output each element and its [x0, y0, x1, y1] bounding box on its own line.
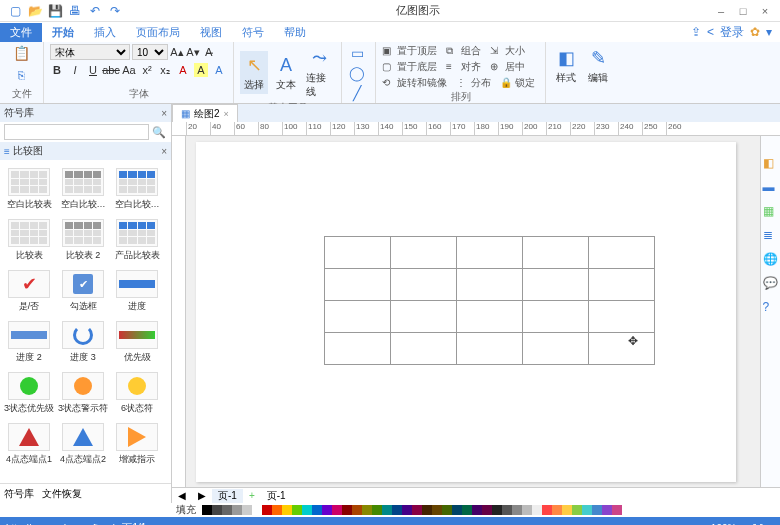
- color-swatch[interactable]: [492, 505, 502, 515]
- front-icon[interactable]: ▣: [382, 45, 394, 57]
- font-name-select[interactable]: 宋体: [50, 44, 130, 60]
- maximize-button[interactable]: □: [736, 4, 750, 18]
- style-button[interactable]: ◧ 样式: [552, 44, 580, 87]
- color-swatch[interactable]: [432, 505, 442, 515]
- connector-tool[interactable]: ⤳ 连接线: [304, 44, 335, 101]
- shape-item[interactable]: 进度: [110, 266, 164, 317]
- color-swatch[interactable]: [542, 505, 552, 515]
- page-add-icon[interactable]: +: [243, 490, 261, 501]
- select-tool[interactable]: ↖ 选择: [240, 51, 268, 94]
- color-swatch[interactable]: [612, 505, 622, 515]
- paste-icon[interactable]: 📋: [13, 44, 31, 62]
- settings-icon[interactable]: ✿: [750, 25, 760, 39]
- italic-button[interactable]: I: [68, 63, 82, 77]
- color-swatch[interactable]: [242, 505, 252, 515]
- underline-button[interactable]: U: [86, 63, 100, 77]
- tab-page-layout[interactable]: 页面布局: [126, 23, 190, 42]
- redo-icon[interactable]: ↷: [108, 4, 122, 18]
- superscript-button[interactable]: x²: [140, 63, 154, 77]
- color-swatch[interactable]: [472, 505, 482, 515]
- bold-button[interactable]: B: [50, 63, 64, 77]
- color-swatch[interactable]: [482, 505, 492, 515]
- shape-item[interactable]: 3状态优先级: [2, 368, 56, 419]
- page-tab-1[interactable]: 页-1: [212, 489, 243, 503]
- text-tool[interactable]: A 文本: [272, 51, 300, 94]
- color-swatch[interactable]: [582, 505, 592, 515]
- color-swatch[interactable]: [372, 505, 382, 515]
- font-color-button[interactable]: A: [176, 63, 190, 77]
- shape-item[interactable]: 产品比较表: [110, 215, 164, 266]
- tab-help[interactable]: 帮助: [274, 23, 316, 42]
- line-icon[interactable]: ╱: [348, 84, 366, 102]
- minimize-button[interactable]: –: [714, 4, 728, 18]
- new-icon[interactable]: ▢: [8, 4, 22, 18]
- center-icon[interactable]: ⊕: [490, 61, 502, 73]
- color-swatch[interactable]: [232, 505, 242, 515]
- shape-item[interactable]: 进度 2: [2, 317, 56, 368]
- color-swatch[interactable]: [522, 505, 532, 515]
- tab-symbols[interactable]: 符号: [232, 23, 274, 42]
- tab-start[interactable]: 开始: [42, 23, 84, 42]
- size-icon[interactable]: ⇲: [490, 45, 502, 57]
- color-swatch[interactable]: [292, 505, 302, 515]
- color-swatch[interactable]: [342, 505, 352, 515]
- color-swatch[interactable]: [222, 505, 232, 515]
- document-tab[interactable]: ▦ 绘图2 ×: [172, 104, 238, 122]
- page-prev-icon[interactable]: ◀: [172, 490, 192, 501]
- tab-view[interactable]: 视图: [190, 23, 232, 42]
- color-swatch[interactable]: [202, 505, 212, 515]
- page-tab-1b[interactable]: 页-1: [261, 489, 292, 503]
- color-swatch[interactable]: [462, 505, 472, 515]
- layers-icon[interactable]: ≣: [763, 228, 779, 244]
- shape-item[interactable]: 增减指示: [110, 419, 164, 470]
- color-swatch[interactable]: [382, 505, 392, 515]
- color-swatch[interactable]: [422, 505, 432, 515]
- help-icon[interactable]: ?: [763, 300, 779, 316]
- copy-icon[interactable]: ⎘: [13, 66, 31, 84]
- shape-item[interactable]: 比较表 2: [56, 215, 110, 266]
- login-link[interactable]: 登录: [720, 24, 744, 41]
- shape-item[interactable]: 优先级: [110, 317, 164, 368]
- shape-item[interactable]: 空白比较…: [110, 164, 164, 215]
- color-swatch[interactable]: [322, 505, 332, 515]
- color-swatch[interactable]: [352, 505, 362, 515]
- color-swatch[interactable]: [592, 505, 602, 515]
- case-button[interactable]: Aa: [122, 63, 136, 77]
- rect-icon[interactable]: ▭: [348, 44, 366, 62]
- tab-insert[interactable]: 插入: [84, 23, 126, 42]
- color-swatch[interactable]: [272, 505, 282, 515]
- color-swatch[interactable]: [602, 505, 612, 515]
- library-close-icon[interactable]: ×: [161, 108, 167, 119]
- export-icon[interactable]: ⇪: [691, 25, 701, 39]
- subscript-button[interactable]: x₂: [158, 63, 172, 77]
- shape-item[interactable]: ✔是/否: [2, 266, 56, 317]
- color-swatch[interactable]: [502, 505, 512, 515]
- shape-item[interactable]: ✔勾选框: [56, 266, 110, 317]
- comparison-table[interactable]: [324, 236, 655, 365]
- dropdown-icon[interactable]: ▾: [766, 25, 772, 39]
- ellipse-icon[interactable]: ◯: [348, 64, 366, 82]
- group-icon[interactable]: ⧉: [446, 45, 458, 57]
- canvas[interactable]: ✥: [186, 136, 760, 487]
- shape-item[interactable]: 4点态端点1: [2, 419, 56, 470]
- theme-icon[interactable]: ◧: [763, 156, 779, 172]
- color-swatch[interactable]: [212, 505, 222, 515]
- page-next-icon[interactable]: ▶: [192, 490, 212, 501]
- shape-item[interactable]: 3状态警示符: [56, 368, 110, 419]
- footer-lib[interactable]: 符号库: [4, 487, 34, 501]
- undo-icon[interactable]: ↶: [88, 4, 102, 18]
- close-button[interactable]: ×: [758, 4, 772, 18]
- color-swatch[interactable]: [552, 505, 562, 515]
- color-swatch[interactable]: [412, 505, 422, 515]
- grow-font-icon[interactable]: A▴: [170, 45, 184, 59]
- align-icon[interactable]: ≡: [446, 61, 458, 73]
- color-swatch[interactable]: [252, 505, 262, 515]
- shape-item[interactable]: 4点态端点2: [56, 419, 110, 470]
- color-swatch[interactable]: [572, 505, 582, 515]
- shape-item[interactable]: 空白比较表: [2, 164, 56, 215]
- color-swatch[interactable]: [312, 505, 322, 515]
- comment-icon[interactable]: 💬: [763, 276, 779, 292]
- font-effects-button[interactable]: A: [212, 63, 226, 77]
- search-input[interactable]: [4, 124, 149, 140]
- edit-button[interactable]: ✎ 编辑: [584, 44, 612, 87]
